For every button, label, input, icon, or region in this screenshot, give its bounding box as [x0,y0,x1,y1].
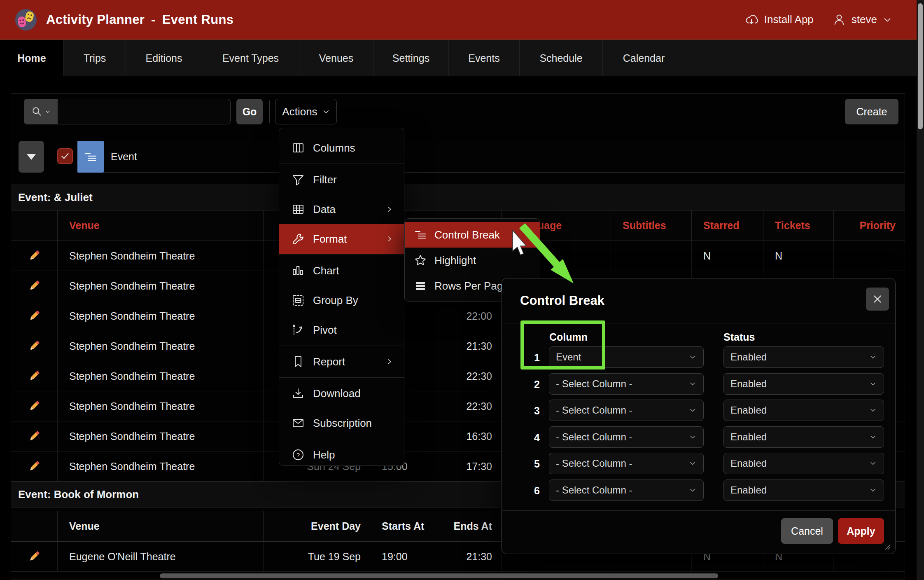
menu-item-data[interactable]: Data [279,194,404,224]
control-break-chip-button[interactable] [77,141,104,173]
app-header: Activity Planner-Event Runs Install App … [0,0,917,39]
control-break-icon [414,228,427,241]
break-status-select-5[interactable]: Enabled [723,453,884,474]
tab-events[interactable]: Events [449,40,520,76]
break-column-select-6[interactable]: - Select Column - [549,479,704,501]
chevron-down-icon [688,433,697,441]
caret-down-icon [27,154,36,160]
search-input[interactable] [58,99,231,124]
pencil-icon [27,549,42,564]
cell-venue: Stephen Sondheim Theatre [58,301,264,331]
chevron-down-icon [883,15,892,24]
person-icon [833,13,846,26]
menu-item-pivot[interactable]: Pivot [279,315,404,345]
user-menu[interactable]: steve [833,13,892,26]
bookmark-icon [292,355,305,368]
tab-home[interactable]: Home [0,40,64,76]
menu-item-chart[interactable]: Chart [279,256,404,285]
cell-venue: Stephen Sondheim Theatre [58,451,264,481]
menu-separator [279,346,404,346]
menu-item-format[interactable]: Format [279,224,404,254]
cell-venue: Stephen Sondheim Theatre [58,241,264,271]
chevron-down-icon [869,486,877,494]
control-break-value-bar: Event [104,141,905,173]
cell-ends-at: 22:00 [452,301,502,331]
apply-button[interactable]: Apply [838,518,884,544]
break-column-select-4[interactable]: - Select Column - [549,426,704,448]
pencil-icon [27,248,42,263]
chevron-down-icon [869,406,877,414]
menu-item-report[interactable]: Report [279,347,404,377]
break-status-select-1[interactable]: Enabled [723,346,884,368]
menu-item-subscription[interactable]: Subscription [279,408,404,438]
install-app-label: Install App [764,13,814,26]
break-column-select-2[interactable]: - Select Column - [549,373,704,395]
edit-row-button[interactable] [11,542,58,571]
break-column-select-3[interactable]: - Select Column - [549,400,704,421]
go-button[interactable]: Go [236,99,263,124]
checkmark-icon [60,151,70,161]
col-header-venue[interactable]: Venue [58,511,264,541]
report-settings-expand-button[interactable] [19,141,44,173]
tab-event-types[interactable]: Event Types [202,40,299,76]
col-header-event-day[interactable]: Event Day [264,511,370,541]
actions-menu-button[interactable]: Actions [275,99,337,124]
edit-row-button[interactable] [11,301,58,331]
break-status-select-3[interactable]: Enabled [723,400,884,421]
tab-schedule[interactable]: Schedule [520,40,603,76]
vertical-scrollbar-thumb[interactable] [918,3,923,129]
cell-event-day: Tue 19 Sep [264,542,370,571]
control-break-icon [84,150,98,164]
edit-row-button[interactable] [11,361,58,391]
break-status-select-4[interactable]: Enabled [723,426,884,448]
tab-trips[interactable]: Trips [64,40,126,76]
chevron-down-icon [688,353,697,361]
tab-settings[interactable]: Settings [373,40,449,76]
horizontal-scrollbar-thumb[interactable] [160,573,718,578]
chevron-down-icon [688,406,697,414]
tab-calendar[interactable]: Calendar [603,40,685,76]
col-header-subtitles[interactable]: Subtitles [611,210,692,241]
columns-icon [292,141,305,154]
edit-row-button[interactable] [11,451,58,481]
chevron-down-icon [688,486,697,494]
cancel-button[interactable]: Cancel [781,518,833,544]
menu-item-columns[interactable]: Columns [279,133,404,163]
col-header-starts-at[interactable]: Starts At [370,511,452,541]
menu-item-group-by[interactable]: Group By [279,285,404,315]
tab-venues[interactable]: Venues [299,40,373,76]
menu-item-filter[interactable]: Filter [279,165,404,194]
col-header-starred[interactable]: Starred [692,210,763,241]
break-enabled-checkbox[interactable] [57,148,73,164]
menu-separator [279,377,404,378]
col-header-ends-at[interactable]: Ends At [452,511,502,541]
col-header-venue[interactable]: Venue [58,210,264,241]
menu-item-download[interactable]: Download [279,379,404,408]
break-column-select-5[interactable]: - Select Column - [549,453,704,474]
edit-row-button[interactable] [11,421,58,451]
edit-row-button[interactable] [11,391,58,421]
cell-priority [834,241,905,271]
edit-row-button[interactable] [11,271,58,301]
install-app-button[interactable]: Install App [744,13,814,27]
create-button[interactable]: Create [845,99,898,124]
search-icon [31,106,42,117]
search-options-button[interactable] [24,99,58,124]
edit-row-button[interactable] [11,331,58,361]
menu-item-help[interactable]: ?Help [279,440,404,470]
bar-chart-icon [292,264,305,277]
break-status-select-2[interactable]: Enabled [723,373,884,395]
pencil-icon [27,399,42,414]
break-status-select-6[interactable]: Enabled [723,479,884,501]
edit-row-button[interactable] [11,241,58,271]
wrench-icon [292,232,305,246]
tab-editions[interactable]: Editions [126,40,202,76]
chevron-right-icon [386,358,393,365]
svg-text:?: ? [296,451,300,458]
col-header-priority[interactable]: Priority [834,210,905,241]
resize-handle[interactable] [883,542,891,550]
pencil-icon [27,309,42,323]
col-header-tickets[interactable]: Tickets [763,210,834,241]
chevron-down-icon [322,108,330,115]
dialog-close-button[interactable] [866,288,889,311]
